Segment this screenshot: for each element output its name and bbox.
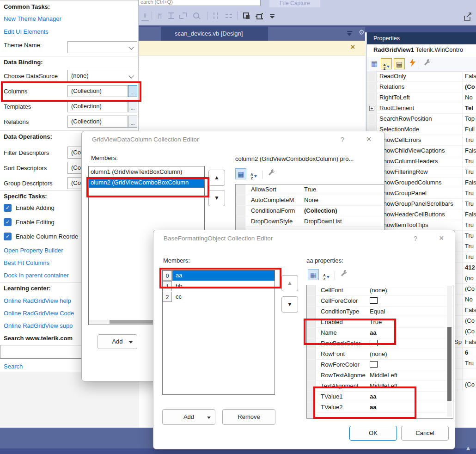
property-value[interactable]: Tru (465, 232, 474, 239)
online-help-link[interactable]: Online RadGridView help (4, 297, 71, 304)
property-row[interactable]: Relations (Co (367, 82, 476, 92)
member-item[interactable]: 1 bb (163, 281, 275, 292)
property-row[interactable]: RowBackColor (307, 338, 453, 349)
property-value[interactable]: Tru (465, 190, 474, 196)
property-row[interactable]: RightToLeft No (367, 92, 476, 103)
quick-launch-search-input[interactable]: earch (Ctrl+Q) (139, 0, 261, 6)
property-value[interactable]: (Co (465, 317, 475, 324)
color-swatch[interactable] (370, 361, 378, 368)
property-row[interactable]: RowFont (none) (307, 349, 453, 360)
share-feedback-icon[interactable] (462, 11, 473, 22)
wrench-icon[interactable] (266, 168, 277, 179)
property-row[interactable]: CellFont (none) (307, 285, 453, 296)
property-value[interactable]: Full (465, 126, 475, 133)
enable-column-reorder-checkbox[interactable]: ✓ (4, 233, 12, 240)
edit-ui-elements-link[interactable]: Edit UI Elements (4, 28, 49, 35)
property-value[interactable]: Tru (465, 136, 474, 143)
property-row[interactable]: TValue1 aa (307, 392, 453, 402)
property-value[interactable]: Fals (465, 179, 476, 186)
member-item[interactable]: olumn2 (GridViewComboBoxColumn (89, 177, 204, 188)
members-listbox[interactable]: 0 aa 1 bb 2 cc (162, 270, 275, 395)
add-split-button[interactable]: Add (98, 334, 137, 349)
categorized-icon[interactable]: ▦ (308, 269, 319, 280)
spacing-icon[interactable]: |*| (154, 10, 165, 21)
templates-ellipsis-button[interactable]: ... (128, 100, 137, 112)
remove-button[interactable]: Remove (222, 409, 275, 425)
member-name[interactable]: aa (172, 270, 275, 281)
online-support-link[interactable]: Online RadGridView supp (4, 322, 73, 329)
property-row[interactable]: SearchRowPosition Top (367, 114, 476, 124)
property-value[interactable]: Tel (465, 104, 473, 111)
relations-collection-field[interactable]: (Collection) (67, 116, 128, 128)
help-icon[interactable]: ? (341, 136, 344, 143)
property-value[interactable]: Equal (370, 308, 385, 315)
theme-name-combobox[interactable] (67, 41, 137, 53)
scrollbar-thumb[interactable] (110, 320, 154, 324)
property-value[interactable]: MiddleLeft (370, 382, 397, 389)
property-row[interactable]: Enabled True (307, 317, 453, 328)
online-code-link[interactable]: Online RadGridView Code (4, 310, 74, 317)
property-value[interactable]: aa (370, 393, 376, 400)
property-value[interactable]: Fals (465, 338, 476, 345)
property-value[interactable]: Tru (465, 221, 474, 228)
best-fit-columns-link[interactable]: Best Fit Columns (4, 259, 49, 266)
property-value[interactable]: (Co (465, 285, 475, 292)
tab-scan-devices-design[interactable]: scan_devices.vb [Design] (161, 27, 268, 41)
help-icon[interactable]: ? (414, 235, 417, 242)
property-value[interactable]: 412 (465, 264, 475, 271)
color-swatch[interactable] (370, 297, 378, 304)
search-link[interactable]: Search (4, 363, 23, 370)
move-down-button[interactable]: ▼ (208, 190, 225, 206)
member-index-button[interactable]: 2 (163, 292, 172, 302)
property-pages-icon[interactable]: ▤ (394, 58, 405, 69)
vertical-spacing-icon[interactable] (224, 10, 233, 21)
property-value[interactable]: Tru (465, 360, 474, 367)
choose-datasource-combobox[interactable]: (none) (67, 70, 137, 82)
close-icon[interactable]: × (366, 135, 372, 144)
move-up-button[interactable]: ▲ (281, 275, 298, 291)
property-value[interactable]: (none) (370, 287, 387, 294)
member-index-button[interactable]: 0 (163, 270, 172, 281)
close-icon[interactable]: × (351, 43, 355, 51)
toolbar-overflow-icon[interactable] (268, 10, 276, 21)
scrollbar-thumb[interactable] (447, 327, 452, 401)
property-value[interactable]: 6 (465, 349, 468, 356)
property-row[interactable]: Name aa (307, 328, 453, 338)
events-lightning-icon[interactable] (407, 58, 418, 69)
property-value[interactable]: True (370, 319, 382, 325)
property-row[interactable]: AutoCompleteM None (236, 195, 384, 206)
property-row[interactable]: CellForeColor (307, 296, 453, 307)
alphabetical-sort-icon[interactable]: AZ (381, 58, 392, 69)
property-value[interactable]: (none) (370, 350, 387, 357)
color-swatch[interactable] (370, 340, 378, 346)
file-capture-tab[interactable]: File Capture (269, 0, 320, 7)
categorized-icon[interactable]: ▦ (369, 58, 380, 69)
columns-collection-field[interactable]: (Collection) (67, 85, 128, 97)
property-value[interactable]: (Co (465, 381, 475, 388)
vertical-scrollbar[interactable] (447, 286, 452, 417)
alphabetical-sort-icon[interactable]: AZ (321, 269, 332, 280)
property-value[interactable]: Tru (465, 243, 474, 250)
height-align-icon[interactable] (167, 10, 175, 21)
member-index-button[interactable]: 1 (163, 281, 172, 291)
move-up-button[interactable]: ▲ (208, 170, 225, 186)
scroll-up-arrow-icon[interactable]: ▲ (465, 444, 471, 452)
bring-to-front-icon[interactable] (241, 10, 251, 21)
property-row[interactable]: TextAlignment MiddleLeft (307, 381, 453, 392)
property-row[interactable]: RowForeColor (307, 360, 453, 370)
doc-well-dropdown-icon[interactable] (347, 31, 353, 37)
property-value[interactable]: MiddleLeft (370, 372, 397, 379)
expander-icon[interactable] (369, 106, 374, 111)
property-row[interactable]: TValue2 aa (307, 402, 453, 413)
property-value[interactable]: No (465, 94, 473, 101)
add-split-button[interactable]: Add (162, 409, 215, 425)
property-value[interactable]: Tru (465, 168, 474, 175)
cancel-button[interactable]: Cancel (401, 426, 449, 441)
new-theme-manager-link[interactable]: New Theme Manager (4, 15, 61, 22)
zoom-icon[interactable] (191, 10, 201, 21)
move-down-button[interactable]: ▼ (281, 296, 298, 313)
property-row[interactable]: ConditionType Equal (307, 307, 453, 317)
gear-icon[interactable]: ⚙ (359, 28, 365, 37)
size-to-grid-icon[interactable] (178, 10, 188, 21)
property-value[interactable]: Top (465, 115, 475, 122)
